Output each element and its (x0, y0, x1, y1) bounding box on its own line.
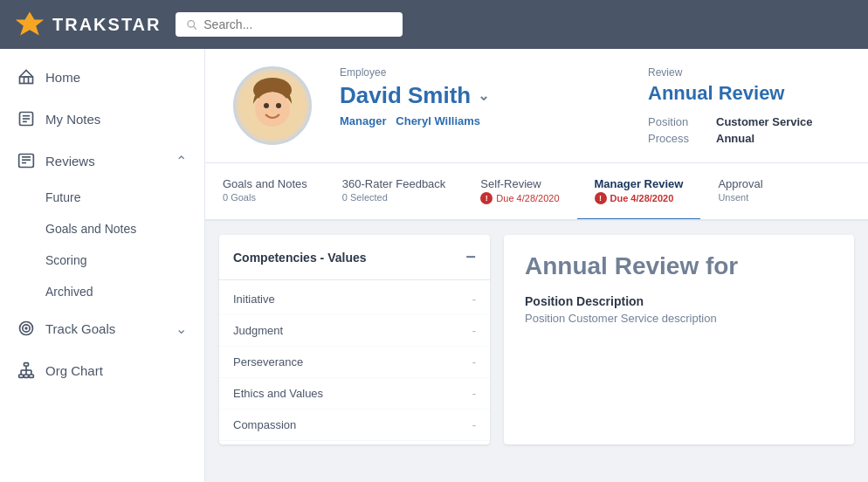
competencies-panel: Competencies - Values − Initiative - Jud… (219, 235, 490, 444)
sidebar-item-my-notes[interactable]: My Notes (0, 98, 204, 140)
tab-360-rater[interactable]: 360-Rater Feedback 0 Selected (325, 163, 464, 221)
comp-value-ethics: - (472, 387, 476, 400)
pos-desc-label: Position Description (525, 294, 833, 308)
logo-text: TRAKSTAR (52, 15, 162, 35)
review-label: Review (648, 66, 840, 79)
track-goals-left: Track Goals (17, 320, 115, 337)
reviews-left: Reviews (17, 152, 95, 169)
tab-self-review-warning: ! Due 4/28/2020 (480, 192, 559, 204)
comp-row-initiative[interactable]: Initiative - (219, 284, 490, 315)
employee-label: Employee (340, 66, 620, 79)
employee-info: Employee David Smith ⌄ Manager Cheryl Wi… (340, 66, 620, 127)
svg-rect-18 (29, 375, 33, 377)
layout: Home My Notes Reviews ⌃ (0, 49, 868, 482)
logo: TRAKSTAR (14, 9, 162, 40)
sidebar-item-org-chart[interactable]: Org Chart (0, 349, 204, 391)
tab-manager-review-warning: ! Due 4/28/2020 (595, 192, 684, 204)
comp-value-compassion: - (472, 418, 476, 431)
tab-approval-label: Approval (718, 177, 762, 190)
employee-manager: Manager Cheryl Williams (340, 114, 620, 127)
comp-row-ethics[interactable]: Ethics and Values - (219, 378, 490, 410)
tabs-bar: Goals and Notes 0 Goals 360-Rater Feedba… (205, 163, 868, 221)
svg-point-26 (255, 92, 290, 127)
svg-point-14 (25, 327, 27, 329)
sidebar-item-archived[interactable]: Archived (0, 276, 204, 307)
content-area: Competencies - Values − Initiative - Jud… (205, 221, 868, 458)
position-row: Position Customer Service (648, 115, 840, 128)
sidebar-item-future[interactable]: Future (0, 182, 204, 213)
review-info: Review Annual Review Position Customer S… (648, 66, 840, 145)
review-meta: Position Customer Service Process Annual (648, 115, 840, 145)
tab-goals-notes-label: Goals and Notes (223, 177, 307, 190)
comp-row-compassion[interactable]: Compassion - (219, 410, 490, 441)
search-bar[interactable] (176, 12, 403, 37)
tab-manager-review-label: Manager Review (595, 177, 684, 190)
tab-360-label: 360-Rater Feedback (342, 177, 446, 190)
position-label: Position (648, 115, 709, 128)
sidebar-item-scoring[interactable]: Scoring (0, 244, 204, 276)
tab-self-review-label: Self-Review (480, 177, 559, 190)
avatar-image (238, 71, 307, 141)
competencies-collapse-button[interactable]: − (465, 247, 476, 267)
notes-icon (17, 110, 35, 127)
sidebar-item-home[interactable]: Home (0, 56, 204, 98)
chevron-up-icon: ⌃ (176, 153, 187, 169)
tab-manager-review[interactable]: Manager Review ! Due 4/28/2020 (577, 163, 701, 221)
topnav: TRAKSTAR (0, 0, 868, 49)
tab-approval[interactable]: Approval Unsent (700, 163, 780, 221)
tab-self-review[interactable]: Self-Review ! Due 4/28/2020 (463, 163, 576, 221)
sidebar: Home My Notes Reviews ⌃ (0, 49, 205, 482)
comp-label-initiative: Initiative (233, 293, 275, 306)
tab-goals-notes[interactable]: Goals and Notes 0 Goals (205, 163, 325, 221)
competencies-header: Competencies - Values − (219, 235, 490, 280)
tab-goals-notes-sub: 0 Goals (223, 192, 307, 203)
comp-label-compassion: Compassion (233, 418, 296, 431)
svg-rect-16 (19, 375, 24, 377)
svg-rect-3 (20, 77, 33, 84)
sidebar-item-org-chart-label: Org Chart (45, 363, 103, 378)
competencies-title: Competencies - Values (233, 251, 367, 265)
process-value: Annual (716, 132, 754, 145)
employee-name: David Smith ⌄ (340, 82, 620, 109)
comp-label-judgment: Judgment (233, 324, 283, 337)
sidebar-item-my-notes-label: My Notes (45, 112, 100, 127)
svg-line-2 (193, 27, 196, 30)
comp-row-judgment[interactable]: Judgment - (219, 315, 490, 347)
sidebar-item-reviews[interactable]: Reviews ⌃ (0, 140, 204, 182)
sidebar-item-goals-and-notes[interactable]: Goals and Notes (0, 213, 204, 244)
employee-header: Employee David Smith ⌄ Manager Cheryl Wi… (205, 49, 868, 163)
comp-label-ethics: Ethics and Values (233, 387, 323, 400)
manager-review-warn-icon: ! (595, 192, 607, 204)
svg-rect-17 (24, 375, 29, 377)
reviews-icon (17, 152, 35, 169)
sidebar-item-track-goals[interactable]: Track Goals ⌄ (0, 307, 204, 349)
self-review-warn-icon: ! (480, 192, 493, 204)
reviews-submenu: Future Goals and Notes Scoring Archived (0, 182, 204, 307)
search-icon (186, 18, 197, 31)
competencies-list: Initiative - Judgment - Perseverance - E… (219, 280, 490, 444)
track-goals-icon (17, 320, 35, 337)
process-row: Process Annual (648, 132, 840, 145)
chevron-down-icon: ⌄ (176, 320, 187, 337)
pos-desc-value: Position Customer Service description (525, 312, 833, 325)
svg-point-28 (276, 103, 281, 108)
tab-360-sub: 0 Selected (342, 192, 446, 203)
review-title: Annual Review (648, 82, 840, 105)
annual-review-title: Annual Review for (525, 252, 833, 280)
svg-rect-15 (24, 363, 29, 366)
tab-approval-unsent: Unsent (718, 192, 762, 203)
employee-name-chevron[interactable]: ⌄ (478, 87, 489, 104)
sidebar-item-track-goals-label: Track Goals (45, 321, 115, 336)
svg-point-1 (187, 21, 194, 28)
search-input[interactable] (203, 17, 391, 31)
annual-review-panel: Annual Review for Position Description P… (504, 235, 854, 444)
logo-icon (14, 9, 45, 40)
process-label: Process (648, 132, 709, 145)
comp-row-perseverance[interactable]: Perseverance - (219, 347, 490, 378)
svg-marker-0 (16, 12, 44, 36)
comp-label-perseverance: Perseverance (233, 355, 303, 368)
manager-link[interactable]: Cheryl Williams (396, 114, 480, 127)
sidebar-item-reviews-label: Reviews (45, 154, 95, 169)
org-chart-icon (17, 362, 35, 379)
comp-value-initiative: - (472, 293, 476, 306)
